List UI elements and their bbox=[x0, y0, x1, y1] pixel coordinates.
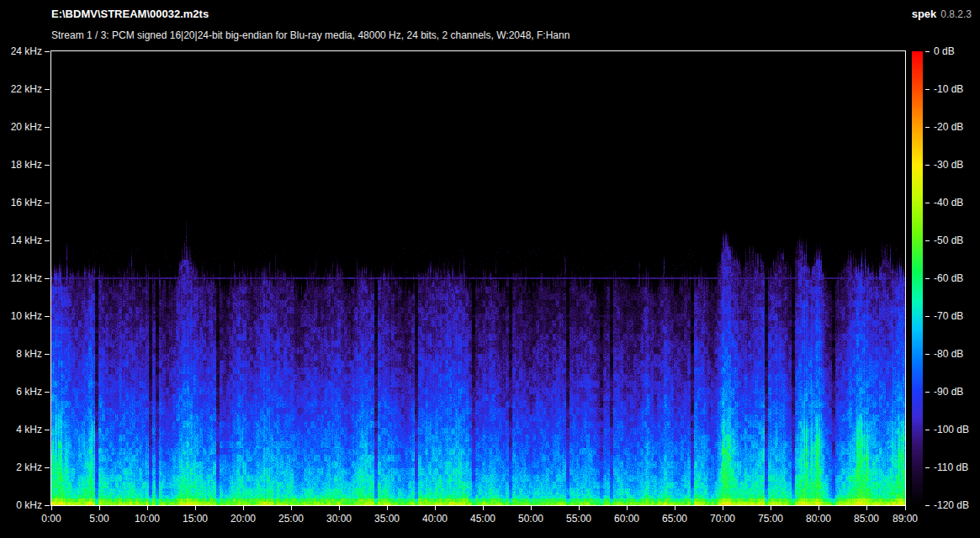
db-tick bbox=[925, 392, 930, 393]
freq-tick bbox=[45, 278, 50, 279]
db-tick bbox=[925, 467, 930, 468]
db-tick-label: -120 dB bbox=[934, 499, 969, 511]
db-tick-label: -50 dB bbox=[934, 235, 963, 246]
time-tick bbox=[531, 506, 532, 510]
time-tick-label: 10:00 bbox=[135, 513, 160, 525]
db-tick-label: -30 dB bbox=[934, 159, 963, 171]
time-tick bbox=[147, 506, 148, 510]
db-tick bbox=[925, 278, 930, 279]
time-tick bbox=[627, 506, 628, 510]
time-tick-label: 55:00 bbox=[566, 513, 591, 525]
time-tick bbox=[866, 506, 867, 510]
freq-tick bbox=[45, 203, 50, 203]
stream-info: Stream 1 / 3: PCM signed 16|20|24-bit bi… bbox=[51, 29, 569, 41]
db-tick bbox=[925, 354, 930, 355]
db-tick-label: -80 dB bbox=[934, 348, 963, 360]
time-tick-label: 5:00 bbox=[89, 513, 109, 525]
db-tick bbox=[925, 51, 930, 52]
db-tick-label: -60 dB bbox=[934, 272, 963, 284]
time-tick bbox=[675, 506, 675, 510]
time-tick bbox=[291, 506, 292, 510]
time-tick bbox=[243, 506, 244, 510]
time-tick bbox=[483, 506, 484, 510]
db-tick bbox=[925, 316, 930, 317]
freq-tick-label: 6 kHz bbox=[3, 386, 42, 398]
freq-tick-label: 20 kHz bbox=[3, 121, 42, 133]
freq-tick-label: 12 kHz bbox=[3, 272, 42, 284]
time-tick bbox=[387, 506, 388, 510]
time-tick-label: 45:00 bbox=[470, 513, 495, 525]
spectrogram-canvas bbox=[51, 51, 905, 505]
db-tick-label: -10 dB bbox=[934, 83, 963, 95]
time-tick-label: 70:00 bbox=[710, 513, 735, 525]
freq-tick bbox=[45, 354, 50, 355]
time-tick bbox=[771, 506, 771, 510]
freq-tick-label: 8 kHz bbox=[3, 348, 42, 360]
db-tick bbox=[925, 505, 930, 506]
freq-tick-label: 10 kHz bbox=[3, 310, 42, 322]
app-brand: spek0.8.2.3 bbox=[912, 8, 972, 20]
db-tick-label: -20 dB bbox=[934, 121, 963, 133]
db-tick-label: -110 dB bbox=[934, 462, 968, 473]
db-tick bbox=[925, 127, 930, 128]
freq-tick-label: 18 kHz bbox=[3, 159, 42, 171]
spectrogram-plot-area bbox=[50, 50, 906, 506]
time-tick bbox=[723, 506, 723, 510]
time-tick-label: 30:00 bbox=[326, 513, 352, 525]
freq-tick-label: 0 kHz bbox=[3, 499, 42, 511]
freq-tick bbox=[45, 165, 50, 166]
db-tick-label: -40 dB bbox=[934, 197, 963, 208]
db-tick-label: -100 dB bbox=[934, 424, 969, 435]
freq-tick bbox=[45, 89, 50, 90]
db-tick bbox=[925, 203, 930, 203]
freq-tick bbox=[45, 127, 50, 128]
time-tick-label: 25:00 bbox=[278, 513, 304, 525]
freq-tick bbox=[45, 430, 50, 430]
time-tick-label: 89:00 bbox=[893, 513, 918, 525]
db-legend-gradient bbox=[912, 51, 923, 505]
freq-tick bbox=[45, 392, 50, 393]
freq-tick bbox=[45, 51, 50, 52]
freq-tick bbox=[45, 316, 50, 317]
time-tick bbox=[905, 506, 906, 510]
time-tick-label: 15:00 bbox=[183, 513, 208, 525]
time-tick-label: 0:00 bbox=[41, 513, 61, 525]
time-tick bbox=[99, 506, 100, 510]
db-tick bbox=[925, 240, 930, 241]
time-tick-label: 60:00 bbox=[614, 513, 639, 525]
time-tick-label: 40:00 bbox=[422, 513, 448, 525]
time-tick-label: 75:00 bbox=[758, 513, 783, 525]
db-tick-label: -90 dB bbox=[934, 386, 963, 398]
freq-tick-label: 16 kHz bbox=[3, 197, 42, 208]
freq-tick-label: 4 kHz bbox=[3, 424, 42, 435]
time-tick bbox=[51, 506, 52, 510]
freq-tick-label: 14 kHz bbox=[3, 235, 42, 246]
time-tick-label: 35:00 bbox=[374, 513, 400, 525]
freq-tick bbox=[45, 505, 50, 506]
db-tick-label: -70 dB bbox=[934, 310, 963, 322]
app-name: spek bbox=[912, 8, 937, 20]
time-tick-label: 85:00 bbox=[854, 513, 879, 525]
spek-window: E:\BDMV\STREAM\00032.m2ts spek0.8.2.3 St… bbox=[0, 0, 980, 538]
time-tick-label: 50:00 bbox=[518, 513, 543, 525]
time-tick bbox=[339, 506, 340, 510]
db-tick bbox=[925, 165, 930, 166]
time-tick bbox=[195, 506, 196, 510]
file-path-title: E:\BDMV\STREAM\00032.m2ts bbox=[51, 8, 209, 20]
time-tick bbox=[579, 506, 580, 510]
time-tick-label: 65:00 bbox=[662, 513, 687, 525]
freq-tick-label: 22 kHz bbox=[3, 83, 42, 95]
time-tick-label: 20:00 bbox=[230, 513, 256, 525]
time-tick-label: 80:00 bbox=[806, 513, 831, 525]
app-version: 0.8.2.3 bbox=[940, 8, 972, 20]
freq-tick bbox=[45, 467, 50, 468]
db-tick bbox=[925, 89, 930, 90]
db-tick-label: 0 dB bbox=[934, 45, 955, 57]
time-tick bbox=[818, 506, 819, 510]
freq-tick-label: 2 kHz bbox=[3, 462, 42, 473]
freq-tick-label: 24 kHz bbox=[3, 45, 42, 57]
freq-tick bbox=[45, 240, 50, 241]
db-tick bbox=[925, 430, 930, 430]
time-tick bbox=[435, 506, 436, 510]
